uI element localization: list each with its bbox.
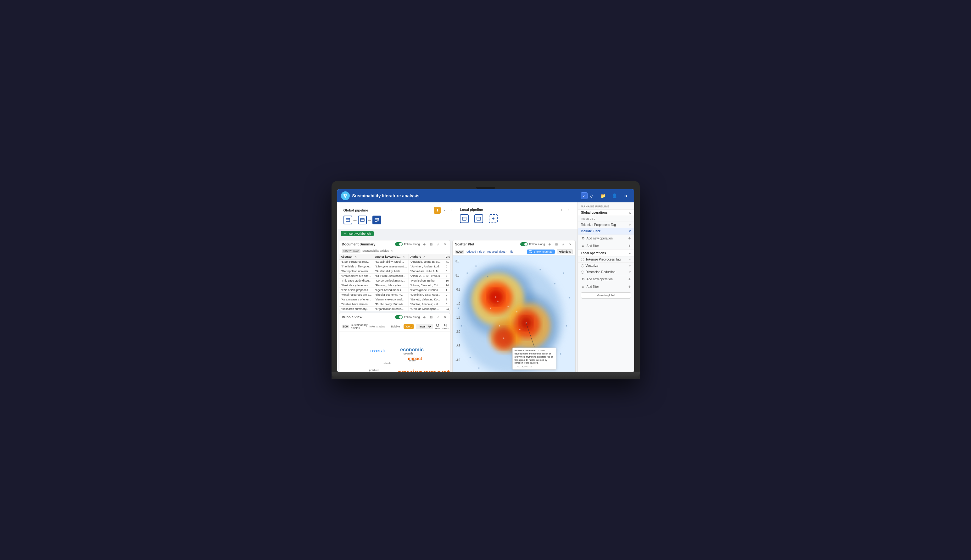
table-row[interactable]: "Smallholders are one..."Oil Palm Sustai…: [339, 274, 450, 278]
dimension-reduction-local-op[interactable]: Dimension Reduction ∨: [578, 269, 634, 275]
breadcrumb-2[interactable]: Title: [508, 250, 514, 253]
doc-close-icon[interactable]: ✕: [443, 242, 448, 247]
bubble-word[interactable]: environmental: [397, 368, 450, 372]
bubble-axis: tokens:value: [369, 325, 386, 328]
table-row[interactable]: "Most life cycle asses..."Flooring; Life…: [339, 283, 450, 288]
bubble-copy-icon[interactable]: ⊕: [422, 315, 427, 320]
bubble-word[interactable]: product: [369, 368, 379, 372]
pipeline-node-2[interactable]: [358, 216, 367, 224]
table-row[interactable]: "As a measure of ener..."dynamic exergy …: [339, 297, 450, 302]
scatter-copy-icon[interactable]: ⊕: [547, 242, 552, 247]
download-button[interactable]: ⬇: [434, 207, 441, 214]
svg-text:8.5: 8.5: [455, 260, 459, 263]
col-keywords: Author keywords... ✕: [373, 254, 409, 260]
local-add-operation-row[interactable]: ⚙ Add new operation +: [578, 275, 634, 283]
bubble-settings-icon[interactable]: ⊡: [429, 315, 434, 320]
scatter-follow-label: Follow along: [529, 243, 545, 246]
scatter-follow-toggle[interactable]: Follow along: [520, 242, 545, 246]
table-row[interactable]: "The fields of life cycle..."Life cycle …: [339, 264, 450, 269]
local-pipeline-box: Local pipeline ‹ › —: [457, 205, 574, 226]
table-cell: "Soria-Lara, Julio A; M...: [409, 269, 444, 274]
table-cell: "Flooring; Life cycle co...: [373, 283, 409, 288]
bubble-tab-word[interactable]: Word: [404, 324, 414, 329]
bubble-word[interactable]: climate: [383, 362, 391, 364]
bubble-toolbar: 500 Sustainability articles tokens:value…: [339, 321, 450, 332]
table-cell: "Sustainability; Metr...: [373, 269, 409, 274]
breadcrumb-0[interactable]: reduced-Title 0: [466, 250, 485, 253]
table-row[interactable]: "Research summary..."organizational resi…: [339, 307, 450, 311]
bubble-close-icon[interactable]: ✕: [443, 315, 448, 320]
pipeline-next-btn[interactable]: ›: [449, 207, 455, 213]
vectorize-local-op[interactable]: Vectorize ∨: [578, 263, 634, 269]
bubble-linear-select[interactable]: linear log: [416, 324, 433, 329]
include-filter-op[interactable]: Include Filter ∨: [578, 228, 634, 235]
table-row[interactable]: "Metropolitan universi..."Sustainability…: [339, 269, 450, 274]
scatter-close-icon[interactable]: ✕: [568, 242, 573, 247]
table-cell: "Oil Palm Sustainabilit...: [373, 274, 409, 278]
tokenize-global-label: Tokenize Preprocess Tag: [581, 223, 616, 227]
document-table: Abstract ✕ Author keywords... ✕ Authors …: [339, 254, 450, 311]
scatter-toolbar: 5000 reduced-Title 0 › reduced-Title1 › …: [453, 248, 575, 255]
doc-settings-icon[interactable]: ⊡: [429, 242, 434, 247]
local-node-add[interactable]: +: [489, 214, 498, 223]
doc-copy-icon[interactable]: ⊕: [422, 242, 427, 247]
global-pipeline-box: Global pipeline ⬇ ‹ › —: [341, 205, 458, 226]
svg-point-1: [345, 194, 347, 196]
folder-icon[interactable]: 📁: [599, 192, 608, 200]
scatter-toggle-switch[interactable]: [520, 242, 528, 246]
bubble-expand-icon[interactable]: ⤢: [436, 315, 441, 320]
scatter-settings-icon[interactable]: ⊡: [554, 242, 559, 247]
tokenize-global-op[interactable]: Tokenize Preprocess Tag ∨: [578, 222, 634, 228]
svg-rect-23: [530, 250, 531, 252]
doc-expand-icon[interactable]: ⤢: [436, 242, 441, 247]
local-add-filter-row[interactable]: ≡ Add filter +: [578, 283, 634, 290]
table-row[interactable]: "This case study discu..."Corporate legi…: [339, 278, 450, 283]
bubble-word[interactable]: growth: [404, 352, 413, 355]
check-button[interactable]: ✓: [581, 192, 588, 199]
table-row[interactable]: "Steel structures repr..."Sustainability…: [339, 260, 450, 264]
global-add-filter-row[interactable]: ≡ Add filter +: [578, 242, 634, 250]
scatter-expand-icon[interactable]: ⤢: [561, 242, 566, 247]
move-to-global-button[interactable]: Move to global: [581, 292, 631, 298]
table-row[interactable]: "Metal resources are e..."circular econo…: [339, 293, 450, 297]
bubble-word[interactable]: research: [370, 348, 385, 352]
table-row[interactable]: "This article proposes..."agent-based mo…: [339, 288, 450, 293]
svg-rect-25: [530, 252, 531, 253]
reset-tool-btn[interactable]: Reset: [435, 323, 440, 330]
export-icon[interactable]: ➜: [622, 192, 630, 200]
local-pipeline-next-btn[interactable]: ›: [566, 207, 571, 212]
doc-follow-toggle[interactable]: Follow along: [395, 242, 420, 246]
global-ops-section-header[interactable]: Global operations ∧: [578, 209, 634, 216]
breadcrumb-1[interactable]: reduced-Title1: [488, 250, 505, 253]
doc-close-tag[interactable]: ✕: [391, 249, 393, 253]
show-heatmap-button[interactable]: Show heatmap: [527, 250, 555, 254]
svg-point-59: [519, 329, 520, 330]
bubble-tab-bubble[interactable]: Bubble: [389, 324, 402, 329]
import-csv-op[interactable]: Import CSV: [578, 216, 634, 222]
bubble-word[interactable]: impact: [409, 360, 416, 362]
pipeline-node-1[interactable]: [343, 216, 352, 224]
global-add-operation-row[interactable]: ⚙ Add new operation +: [578, 235, 634, 242]
table-row[interactable]: "Studies have demon..."Public policy; Su…: [339, 302, 450, 307]
table-cell: 71: [444, 260, 450, 264]
pipeline-prev-btn[interactable]: ‹: [442, 207, 448, 213]
local-node-1[interactable]: [460, 214, 469, 223]
insert-workbench-button[interactable]: + Insert workbench: [341, 231, 374, 236]
svg-text:8.0: 8.0: [455, 274, 459, 277]
bubble-toggle-switch[interactable]: [395, 315, 403, 319]
bubble-follow-toggle[interactable]: Follow along: [395, 315, 420, 319]
local-ops-section-header[interactable]: Local operations ∧: [578, 250, 634, 257]
svg-text:-1.0: -1.0: [455, 302, 460, 305]
search-tool-btn[interactable]: Search: [442, 323, 449, 330]
local-add-operation-label: Add new operation: [587, 277, 613, 281]
user-icon[interactable]: 👤: [610, 192, 619, 200]
pipeline-node-3[interactable]: +: [373, 216, 381, 224]
follow-toggle-switch[interactable]: [395, 242, 403, 246]
diamond-icon[interactable]: ◇: [588, 192, 597, 200]
local-node-2[interactable]: [474, 214, 483, 223]
local-pipeline-prev-btn[interactable]: ‹: [559, 207, 564, 212]
svg-rect-13: [477, 217, 481, 220]
col-authors: Authors ✕: [409, 254, 444, 260]
hide-dots-button[interactable]: Hide dots: [557, 249, 572, 254]
tokenize-local-op[interactable]: Tokenize Preprocess Tag ∨: [578, 257, 634, 263]
